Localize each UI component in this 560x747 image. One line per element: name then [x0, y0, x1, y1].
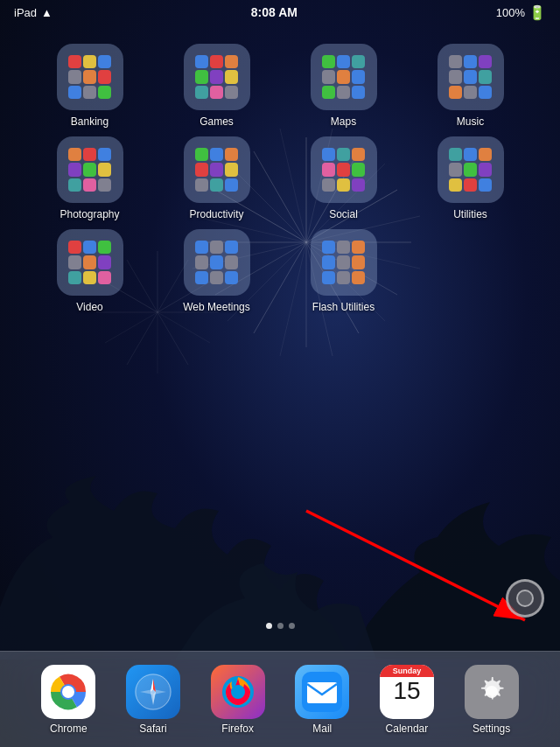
folder-app-mini-icon	[322, 55, 335, 68]
folder-app-mini-icon	[449, 178, 462, 192]
folder-app-mini-icon	[83, 55, 96, 68]
folder-app-mini-icon	[352, 178, 365, 192]
mail-label: Mail	[312, 723, 332, 735]
page-dot-2	[277, 623, 284, 629]
folder-app-mini-icon	[83, 271, 96, 284]
folder-app-mini-icon	[68, 255, 81, 269]
folder-app-mini-icon	[464, 148, 477, 161]
app-item-maps[interactable]: Maps	[296, 44, 392, 128]
mail-icon	[295, 665, 349, 719]
chrome-icon	[41, 665, 95, 719]
dock-item-mail[interactable]: Mail	[295, 665, 349, 735]
svg-point-38	[62, 686, 74, 698]
folder-app-mini-icon	[225, 241, 238, 254]
app-item-games[interactable]: Games	[169, 44, 265, 128]
folder-app-mini-icon	[337, 70, 350, 83]
folder-app-mini-icon	[449, 55, 462, 68]
svg-point-48	[231, 685, 245, 699]
folder-app-mini-icon	[210, 148, 223, 161]
calendar-day-number: 15	[393, 679, 420, 703]
folder-app-mini-icon	[195, 241, 208, 254]
folder-app-mini-icon	[352, 271, 365, 284]
app-icon-flash-utilities	[311, 229, 377, 296]
folder-app-mini-icon	[195, 271, 208, 284]
folder-app-mini-icon	[195, 70, 208, 83]
folder-app-mini-icon	[98, 163, 111, 176]
chrome-label: Chrome	[50, 723, 88, 735]
app-label-video: Video	[76, 301, 102, 313]
folder-app-mini-icon	[464, 163, 477, 176]
folder-app-mini-icon	[83, 163, 96, 176]
dock: Chrome Safari	[0, 651, 560, 747]
folder-app-mini-icon	[195, 163, 208, 176]
app-label-utilities: Utilities	[453, 208, 487, 220]
folder-app-mini-icon	[210, 271, 223, 284]
safari-icon	[126, 665, 180, 719]
status-right: 100% 🔋	[496, 4, 546, 21]
folder-app-mini-icon	[449, 70, 462, 83]
folder-app-mini-icon	[68, 178, 81, 192]
folder-app-mini-icon	[195, 178, 208, 192]
folder-app-mini-icon	[225, 86, 238, 99]
dock-item-safari[interactable]: Safari	[126, 665, 180, 735]
app-label-productivity: Productivity	[189, 208, 243, 220]
folder-app-mini-icon	[337, 148, 350, 161]
app-icon-utilities	[438, 136, 504, 203]
app-label-flash-utilities: Flash Utilities	[312, 301, 374, 313]
app-label-social: Social	[329, 208, 358, 220]
folder-app-mini-icon	[225, 255, 238, 269]
folder-app-mini-icon	[225, 271, 238, 284]
folder-app-mini-icon	[210, 178, 223, 192]
settings-label: Settings	[472, 723, 510, 735]
folder-app-mini-icon	[479, 86, 492, 99]
dock-item-settings[interactable]: Settings	[465, 665, 519, 735]
folder-app-mini-icon	[322, 163, 335, 176]
page-dot-3	[289, 623, 295, 629]
folder-app-mini-icon	[479, 70, 492, 83]
folder-app-mini-icon	[68, 271, 81, 284]
folder-app-mini-icon	[352, 55, 365, 68]
app-item-banking[interactable]: Banking	[42, 44, 138, 128]
app-item-photography[interactable]: Photography	[42, 136, 138, 220]
folder-app-mini-icon	[68, 241, 81, 254]
dock-item-firefox[interactable]: Firefox	[211, 665, 265, 735]
dock-item-chrome[interactable]: Chrome	[41, 665, 95, 735]
folder-app-mini-icon	[210, 70, 223, 83]
folder-app-mini-icon	[322, 178, 335, 192]
assistive-touch-button[interactable]	[506, 579, 544, 618]
app-icon-productivity	[184, 136, 250, 203]
folder-app-mini-icon	[83, 255, 96, 269]
folder-app-mini-icon	[83, 70, 96, 83]
folder-app-mini-icon	[225, 70, 238, 83]
folder-app-mini-icon	[98, 86, 111, 99]
app-item-social[interactable]: Social	[296, 136, 392, 220]
app-icon-video	[57, 229, 123, 296]
folder-app-mini-icon	[68, 70, 81, 83]
app-item-music[interactable]: Music	[423, 44, 519, 128]
folder-app-mini-icon	[479, 163, 492, 176]
dock-item-calendar[interactable]: Sunday 15 Calendar	[380, 665, 434, 735]
folder-app-mini-icon	[195, 55, 208, 68]
app-icon-maps	[311, 44, 377, 110]
app-item-flash-utilities[interactable]: Flash Utilities	[296, 229, 392, 313]
folder-app-mini-icon	[352, 148, 365, 161]
app-label-banking: Banking	[71, 115, 108, 128]
status-left: iPad ▲	[14, 6, 52, 19]
folder-app-mini-icon	[322, 241, 335, 254]
firefox-icon	[211, 665, 265, 719]
wifi-icon: ▲	[41, 6, 52, 19]
app-row-2: VideoWeb MeetingsFlash Utilities	[26, 229, 534, 313]
folder-app-mini-icon	[68, 148, 81, 161]
app-item-video[interactable]: Video	[42, 229, 138, 313]
app-item-productivity[interactable]: Productivity	[169, 136, 265, 220]
app-label-photography: Photography	[60, 208, 119, 220]
folder-app-mini-icon	[337, 271, 350, 284]
folder-app-mini-icon	[98, 255, 111, 269]
folder-app-mini-icon	[337, 255, 350, 269]
app-item-utilities[interactable]: Utilities	[423, 136, 519, 220]
folder-app-mini-icon	[464, 178, 477, 192]
folder-app-mini-icon	[464, 55, 477, 68]
folder-app-mini-icon	[195, 148, 208, 161]
app-item-web-meetings[interactable]: Web Meetings	[169, 229, 265, 313]
folder-app-mini-icon	[98, 271, 111, 284]
